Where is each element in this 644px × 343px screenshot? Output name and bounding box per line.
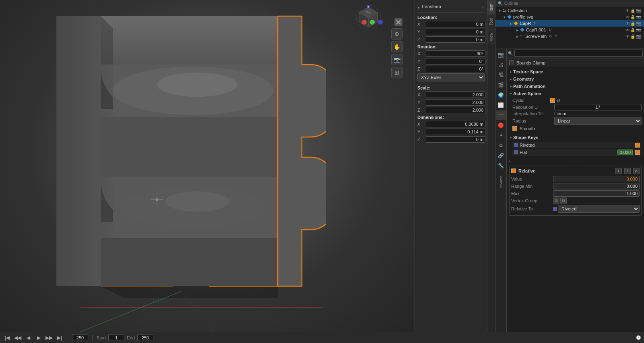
loc-y-input[interactable] (426, 29, 485, 35)
shape-key-flat[interactable]: Flat 0.000 (512, 149, 642, 156)
tab-material[interactable]: 🔴 (496, 121, 506, 130)
cyclic-u-label: U (557, 98, 560, 103)
max-input[interactable] (553, 190, 640, 197)
camera-btn[interactable]: 📷 (391, 54, 402, 65)
lock-icon[interactable]: 🔒 (630, 8, 635, 13)
end-frame-input[interactable] (137, 335, 153, 341)
viewport[interactable]: Top F R Z ⊕ (0, 0, 415, 332)
riveted-icon (514, 143, 518, 147)
move-btn[interactable]: ✋ (391, 41, 402, 52)
loc-x-input[interactable] (426, 21, 485, 27)
outliner-collection[interactable]: ▾ 🗂 Collection 👁 🔒 📷 (495, 7, 644, 14)
resolution-u-input[interactable] (554, 104, 642, 110)
bounds-clamp-checkbox[interactable] (509, 60, 514, 65)
bounds-clamp-label: Bounds Clamp (516, 60, 545, 65)
svg-lock-icon[interactable]: 🔒 (630, 15, 635, 19)
active-spline-header[interactable]: ▾ Active Spline (509, 90, 642, 97)
capr-eye-icon[interactable]: 👁 (625, 21, 630, 26)
relative-section: Relative ⤓ ⇧ ✕ Value Range Min (509, 166, 642, 216)
relative-action2[interactable]: ⇧ (624, 168, 631, 174)
flat-checkbox[interactable] (635, 150, 640, 155)
viewport-close[interactable] (394, 18, 402, 27)
tab-physics[interactable]: ⚙ (496, 141, 506, 150)
svg-eye-icon[interactable]: 👁 (625, 15, 630, 19)
scale-z-input[interactable] (426, 107, 485, 113)
euler-select[interactable]: XYZ Euler (417, 73, 485, 81)
loc-z-input[interactable] (426, 36, 485, 43)
cursor-btn[interactable]: ⊕ (391, 28, 402, 39)
relative-checkbox[interactable] (511, 168, 516, 173)
outliner-profile-svg[interactable]: ▾ 🔷 profile.svg 👁 🔒 📷 (495, 14, 644, 20)
tab-output[interactable]: 🖨 (496, 60, 506, 70)
tab-object[interactable]: ⬜ (496, 100, 506, 110)
step-fwd-btn[interactable]: ▶▶ (45, 334, 53, 342)
tab-view[interactable]: View (487, 29, 495, 45)
value-input[interactable] (553, 176, 640, 182)
shape-key-riveted[interactable]: Riveted (512, 142, 642, 148)
capr001-eye-icon[interactable]: 👁 (625, 28, 630, 32)
cyclic-checkbox[interactable]: ✓ (550, 98, 555, 103)
svg-line-11 (181, 291, 213, 332)
relative-to-select[interactable]: Riveted (558, 205, 640, 213)
rot-x-input[interactable] (426, 50, 485, 57)
tab-tool[interactable]: Tool (487, 15, 495, 29)
capr-render-icon[interactable]: 📷 (636, 21, 641, 26)
nav-cube[interactable]: Top F R Z (354, 3, 382, 32)
loc-z-label: Z (417, 37, 425, 42)
tab-render[interactable]: 📷 (496, 50, 506, 60)
tab-view-layer[interactable]: 🏗 (496, 70, 506, 80)
svg-render-icon[interactable]: 📷 (636, 15, 641, 19)
dim-z-input[interactable] (426, 136, 485, 143)
vertex-group-btn[interactable]: ⊞ (553, 197, 559, 204)
screwpath-eye-icon[interactable]: 👁 (625, 34, 630, 39)
range-min-input[interactable] (553, 183, 640, 189)
screwpath-lock-icon[interactable]: 🔒 (630, 34, 635, 39)
capr001-lock-icon[interactable]: 🔒 (630, 28, 635, 32)
relative-action1[interactable]: ⤓ (615, 168, 622, 174)
capr001-render-icon[interactable]: 📷 (636, 28, 641, 32)
dim-x-input[interactable] (426, 121, 485, 127)
screwpath-label: ScrewPath (525, 34, 547, 39)
outliner-screwpath[interactable]: ▸ 〰 ScrewPath ↻ ⟳ 👁 🔒 📷 (495, 33, 644, 39)
capr-lock-icon[interactable]: 🔒 (630, 21, 635, 26)
prop-panel-header: 🔍 (507, 48, 644, 58)
screwpath-render-icon[interactable]: 📷 (636, 34, 641, 39)
jump-start-btn[interactable]: |◀ (3, 334, 11, 342)
rot-z-input[interactable] (426, 66, 485, 72)
profile-svg-label: profile.svg (513, 15, 533, 19)
tab-item[interactable]: Item (487, 0, 495, 15)
tab-data[interactable]: 〰 (496, 110, 506, 120)
riveted-checkbox[interactable] (635, 143, 640, 148)
start-frame-input[interactable] (108, 335, 124, 341)
path-animation-header[interactable]: ▸ Path Animation (509, 83, 642, 90)
play-btn[interactable]: ▶ (35, 334, 43, 342)
outliner-capr[interactable]: ▸ 🔶 CapR ↻ 👁 🔒 📷 (495, 20, 644, 27)
geometry-header[interactable]: ▸ Geometry (509, 75, 642, 83)
eye-icon[interactable]: 👁 (625, 8, 630, 13)
tab-constraints[interactable]: 🔗 (496, 151, 506, 160)
tab-world[interactable]: 🌍 (496, 90, 506, 100)
smooth-checkbox[interactable]: ✓ (512, 126, 517, 131)
relative-close[interactable]: ✕ (633, 168, 640, 174)
scale-x-input[interactable] (426, 91, 485, 98)
prop-search[interactable] (514, 50, 643, 57)
outliner-capr001[interactable]: ▸ 🔷 CapR.001 ↻ 👁 🔒 📷 (495, 27, 644, 33)
ortho-btn[interactable]: ⊞ (391, 67, 402, 78)
tab-modifiers[interactable]: 🔧 (496, 161, 506, 170)
cyclic-label: Cyclic (512, 98, 549, 103)
current-frame-input[interactable] (72, 335, 88, 341)
play-back-btn[interactable]: ◀ (24, 334, 32, 342)
tab-particles[interactable]: ✦ (496, 131, 506, 140)
rot-y-input[interactable] (426, 58, 485, 64)
radius-select[interactable]: Linear (554, 117, 642, 125)
capr-actions: 👁 🔒 📷 (625, 21, 641, 26)
vertex-group-btn2[interactable]: ⊟ (560, 197, 567, 204)
render-icon[interactable]: 📷 (636, 8, 641, 13)
tab-scene[interactable]: 🎬 (496, 80, 506, 90)
shape-keys-header[interactable]: ▾ Shape Keys (509, 134, 642, 141)
step-back-btn[interactable]: ◀◀ (14, 334, 22, 342)
scale-y-input[interactable] (426, 99, 485, 106)
jump-end-btn[interactable]: ▶| (56, 334, 64, 342)
dim-y-input[interactable] (426, 129, 485, 135)
texture-space-header[interactable]: ▸ Texture Space (509, 68, 642, 75)
